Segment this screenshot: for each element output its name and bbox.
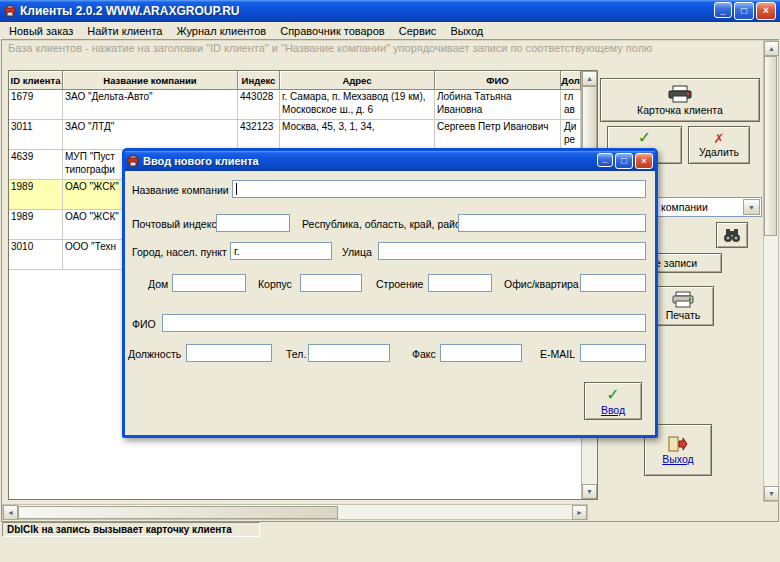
postal-code-input[interactable] xyxy=(216,214,290,232)
new-client-dialog: Ввод нового клиента _ □ × Название компа… xyxy=(122,148,658,438)
print-label: Печать xyxy=(666,309,700,321)
scroll-down-icon[interactable]: ▼ xyxy=(582,484,597,499)
phone-input[interactable] xyxy=(308,344,390,362)
fax-input[interactable] xyxy=(440,344,522,362)
house-label: Дом xyxy=(148,278,168,290)
scroll-right-icon[interactable]: ► xyxy=(572,505,587,520)
combo-dropdown-icon[interactable]: ▼ xyxy=(743,199,760,215)
cell-id: 1989 xyxy=(9,210,63,240)
client-card-label: Карточка клиента xyxy=(637,104,723,116)
search-button[interactable] xyxy=(716,222,748,248)
menu-new-order[interactable]: Новый заказ xyxy=(2,23,80,39)
cell-position: глав xyxy=(561,90,581,120)
app-window: Клиенты 2.0.2 WWW.ARAXGROUP.RU _ □ × Нов… xyxy=(0,0,780,562)
vertical-scrollbar-thumb[interactable] xyxy=(764,56,777,236)
submit-button[interactable]: ✓ Ввод xyxy=(584,382,642,420)
scroll-down-icon[interactable]: ▼ xyxy=(764,486,779,501)
menu-goods-catalog[interactable]: Справочник товаров xyxy=(273,23,392,39)
cell-id: 3010 xyxy=(9,240,63,270)
status-bar: DblClk на запись вызывает карточку клиен… xyxy=(2,522,260,537)
cell-company: ЗАО "ЛТД" xyxy=(63,120,238,150)
position-input[interactable] xyxy=(186,344,272,362)
table-row[interactable]: 1679 ЗАО "Дельта-Авто" 443028 г. Самара,… xyxy=(9,90,597,120)
horizontal-scrollbar-thumb[interactable] xyxy=(18,506,338,519)
maximize-button[interactable]: □ xyxy=(734,2,754,20)
dialog-minimize-button[interactable]: _ xyxy=(597,153,613,167)
building-label: Строение xyxy=(376,278,423,290)
company-name-input[interactable] xyxy=(232,180,646,198)
scroll-left-icon[interactable]: ◄ xyxy=(3,505,18,520)
dialog-maximize-button[interactable]: □ xyxy=(615,153,633,169)
scroll-up-icon[interactable]: ▲ xyxy=(582,71,597,86)
street-label: Улица xyxy=(342,246,372,258)
column-header-fio[interactable]: ФИО xyxy=(435,71,561,90)
column-header-id[interactable]: ID клиента xyxy=(9,71,63,90)
window-titlebar: Клиенты 2.0.2 WWW.ARAXGROUP.RU _ □ × xyxy=(0,0,780,22)
info-bar: База клиентов - нажатие на заголовки "ID… xyxy=(8,42,756,57)
printer-icon xyxy=(671,291,695,308)
menu-service[interactable]: Сервис xyxy=(392,23,444,39)
cell-position: Дире xyxy=(561,120,581,150)
submit-label: Ввод xyxy=(601,404,625,416)
office-input[interactable] xyxy=(580,274,646,292)
phone-label: Тел. xyxy=(286,348,306,360)
menu-find-client[interactable]: Найти клиента xyxy=(80,23,169,39)
binoculars-icon xyxy=(722,227,742,243)
column-header-address[interactable]: Адрес xyxy=(280,71,435,90)
table-row[interactable]: 3011 ЗАО "ЛТД" 432123 Москва, 45, 3, 1, … xyxy=(9,120,597,150)
app-icon xyxy=(4,5,16,17)
vertical-scrollbar[interactable]: ▲ ▼ xyxy=(763,40,779,502)
cell-id: 1989 xyxy=(9,180,63,210)
dialog-controls: _ □ × xyxy=(597,153,653,169)
cell-fio: Лобина Татьяна Ивановна xyxy=(435,90,561,120)
client-card-icon xyxy=(667,85,693,103)
table-header: ID клиента Название компании Индекс Адре… xyxy=(9,71,597,90)
email-label: E-MAIL xyxy=(540,348,575,360)
green-check-icon: ✓ xyxy=(606,387,619,403)
cell-address: г. Самара, п. Мехзавод (19 км), Московск… xyxy=(280,90,435,120)
block-label: Корпус xyxy=(258,278,292,290)
fio-label: ФИО xyxy=(132,318,156,330)
dialog-close-button[interactable]: × xyxy=(635,153,653,169)
cell-fio: Сергеев Петр Иванович xyxy=(435,120,561,150)
block-input[interactable] xyxy=(300,274,362,292)
column-header-index[interactable]: Индекс xyxy=(238,71,280,90)
fax-label: Факс xyxy=(412,348,436,360)
window-title: Клиенты 2.0.2 WWW.ARAXGROUP.RU xyxy=(20,4,710,18)
print-button[interactable]: Печать xyxy=(652,286,714,326)
red-cross-icon: ✗ xyxy=(714,132,725,145)
close-button[interactable]: × xyxy=(756,2,776,20)
exit-label: Выход xyxy=(662,453,693,465)
menu-exit[interactable]: Выход xyxy=(443,23,490,39)
office-label: Офис/квартира xyxy=(504,278,579,290)
cell-index: 443028 xyxy=(238,90,280,120)
street-input[interactable] xyxy=(378,242,646,260)
region-input[interactable] xyxy=(458,214,646,232)
menu-clients-journal[interactable]: Журнал клиентов xyxy=(169,23,273,39)
house-input[interactable] xyxy=(172,274,246,292)
cell-index: 432123 xyxy=(238,120,280,150)
city-input[interactable] xyxy=(230,242,332,260)
fio-input[interactable] xyxy=(162,314,646,332)
horizontal-scrollbar[interactable]: ◄ ► xyxy=(2,504,588,520)
position-label: Должность xyxy=(128,348,181,360)
dialog-app-icon xyxy=(127,155,139,167)
delete-label: Удалить xyxy=(699,146,739,158)
menu-bar: Новый заказ Найти клиента Журнал клиенто… xyxy=(2,22,778,41)
cell-company: ЗАО "Дельта-Авто" xyxy=(63,90,238,120)
postal-code-label: Почтовый индекс xyxy=(132,218,217,230)
scroll-up-icon[interactable]: ▲ xyxy=(764,41,779,56)
column-header-position[interactable]: Дол xyxy=(561,71,581,90)
delete-button[interactable]: ✗ Удалить xyxy=(688,126,750,164)
minimize-button[interactable]: _ xyxy=(714,2,732,18)
column-header-company[interactable]: Название компании xyxy=(63,71,238,90)
region-label: Республика, область, край, район xyxy=(302,218,467,230)
cell-id: 4639 xyxy=(9,150,63,180)
company-name-label: Название компании xyxy=(132,184,229,196)
email-input[interactable] xyxy=(580,344,646,362)
city-label: Город, насел. пункт xyxy=(132,246,227,258)
building-input[interactable] xyxy=(428,274,492,292)
exit-door-icon xyxy=(668,436,688,452)
text-cursor xyxy=(236,183,237,195)
client-card-button[interactable]: Карточка клиента xyxy=(600,78,760,122)
